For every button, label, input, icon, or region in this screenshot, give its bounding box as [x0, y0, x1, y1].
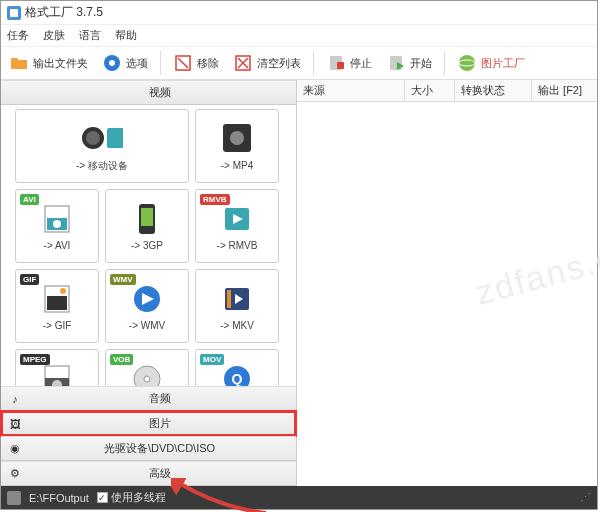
- svg-line-5: [178, 58, 188, 68]
- menubar: 任务 皮肤 语言 帮助: [1, 25, 597, 47]
- devices-icon: [81, 120, 123, 156]
- watermark: zdfans.c: [472, 238, 600, 313]
- menu-task[interactable]: 任务: [7, 28, 29, 43]
- vob-icon: [126, 361, 168, 386]
- file-list[interactable]: zdfans.c: [297, 102, 597, 486]
- tile-vob[interactable]: VOB -> VOB: [105, 349, 189, 386]
- tile-rmvb[interactable]: RMVB -> RMVB: [195, 189, 279, 263]
- resize-grip-icon[interactable]: ⋰: [580, 491, 591, 504]
- toolbar: 输出文件夹 选项 移除 清空列表 停止 开始 图片工厂: [1, 47, 597, 80]
- category-disc[interactable]: ◉ 光驱设备\DVD\CD\ISO: [1, 436, 296, 461]
- multithread-checkbox[interactable]: ✓使用多线程: [97, 490, 166, 505]
- gear-icon: ⚙: [1, 467, 23, 480]
- main-content: 视频 -> 移动设备 -> MP4 AVI -> AVI: [1, 80, 597, 486]
- annotation-arrow-icon: [171, 478, 271, 512]
- toolbar-separator: [160, 51, 161, 75]
- avi-icon: [36, 201, 78, 237]
- left-panel: 视频 -> 移动设备 -> MP4 AVI -> AVI: [1, 80, 297, 486]
- svg-rect-17: [107, 128, 123, 148]
- remove-button[interactable]: 移除: [171, 52, 221, 74]
- col-state[interactable]: 转换状态: [455, 80, 532, 101]
- menu-skin[interactable]: 皮肤: [43, 28, 65, 43]
- col-size[interactable]: 大小: [405, 80, 455, 101]
- picture-icon: 🖼: [1, 418, 23, 430]
- statusbar: E:\FFOutput ✓使用多线程 ⋰: [1, 486, 597, 509]
- folder-small-icon[interactable]: [7, 491, 21, 505]
- mpeg-tag: MPEG: [20, 354, 50, 365]
- toolbar-separator: [444, 51, 445, 75]
- menu-language[interactable]: 语言: [79, 28, 101, 43]
- tile-mpg[interactable]: MPEG -> MPG: [15, 349, 99, 386]
- image-factory-button[interactable]: 图片工厂: [455, 52, 527, 74]
- clear-icon: [233, 53, 253, 73]
- output-path: E:\FFOutput: [29, 492, 89, 504]
- wmv-icon: [126, 281, 168, 317]
- svg-rect-35: [227, 290, 231, 308]
- category-picture[interactable]: 🖼 图片: [1, 411, 296, 436]
- col-output[interactable]: 输出 [F2]: [532, 80, 597, 101]
- app-window: 格式工厂 3.7.5 任务 皮肤 语言 帮助 输出文件夹 选项 移除 清空列表 …: [0, 0, 598, 510]
- window-title: 格式工厂 3.7.5: [25, 4, 103, 21]
- tile-avi[interactable]: AVI -> AVI: [15, 189, 99, 263]
- category-audio[interactable]: ♪ 音频: [1, 386, 296, 411]
- options-button[interactable]: 选项: [100, 52, 150, 74]
- music-note-icon: ♪: [1, 393, 23, 405]
- start-icon: [386, 53, 406, 73]
- svg-point-31: [60, 288, 66, 294]
- tile-mp4[interactable]: -> MP4: [195, 109, 279, 183]
- svg-point-13: [459, 55, 475, 71]
- remove-icon: [173, 53, 193, 73]
- wmv-tag: WMV: [110, 274, 136, 285]
- tile-mov[interactable]: MOV Q -> MOV: [195, 349, 279, 386]
- 3gp-icon: [126, 201, 168, 237]
- disc-icon: ◉: [1, 442, 23, 455]
- tile-wmv[interactable]: WMV -> WMV: [105, 269, 189, 343]
- mov-tag: MOV: [200, 354, 224, 365]
- svg-point-24: [53, 220, 61, 228]
- clear-list-button[interactable]: 清空列表: [231, 52, 303, 74]
- stop-button[interactable]: 停止: [324, 52, 374, 74]
- mp4-icon: [216, 121, 258, 157]
- svg-rect-1: [10, 9, 18, 17]
- mkv-icon: [216, 281, 258, 317]
- format-grid: -> 移动设备 -> MP4 AVI -> AVI -> 3GP: [1, 105, 296, 386]
- svg-point-16: [86, 131, 100, 145]
- options-icon: [102, 53, 122, 73]
- output-folder-button[interactable]: 输出文件夹: [7, 52, 90, 74]
- stop-icon: [326, 53, 346, 73]
- gif-icon: [36, 281, 78, 317]
- rmvb-icon: [216, 201, 258, 237]
- rmvb-tag: RMVB: [200, 194, 230, 205]
- app-logo-icon: [7, 6, 21, 20]
- svg-rect-30: [47, 296, 67, 310]
- tile-3gp[interactable]: -> 3GP: [105, 189, 189, 263]
- svg-text:Q: Q: [232, 371, 243, 386]
- svg-rect-10: [337, 62, 344, 69]
- avi-tag: AVI: [20, 194, 39, 205]
- folder-icon: [9, 53, 29, 73]
- gif-tag: GIF: [20, 274, 39, 285]
- category-video[interactable]: 视频: [1, 80, 296, 105]
- svg-rect-26: [141, 208, 153, 226]
- globe-icon: [457, 53, 477, 73]
- tile-mobile[interactable]: -> 移动设备: [15, 109, 189, 183]
- titlebar: 格式工厂 3.7.5: [1, 1, 597, 25]
- tile-gif[interactable]: GIF -> GIF: [15, 269, 99, 343]
- vob-tag: VOB: [110, 354, 133, 365]
- tile-mkv[interactable]: -> MKV: [195, 269, 279, 343]
- start-button[interactable]: 开始: [384, 52, 434, 74]
- col-source[interactable]: 来源: [297, 80, 405, 101]
- toolbar-separator: [313, 51, 314, 75]
- svg-point-21: [230, 131, 244, 145]
- menu-help[interactable]: 帮助: [115, 28, 137, 43]
- list-header: 来源 大小 转换状态 输出 [F2]: [297, 80, 597, 102]
- svg-point-41: [144, 376, 150, 382]
- svg-point-3: [109, 60, 115, 66]
- right-panel: 来源 大小 转换状态 输出 [F2] zdfans.c: [297, 80, 597, 486]
